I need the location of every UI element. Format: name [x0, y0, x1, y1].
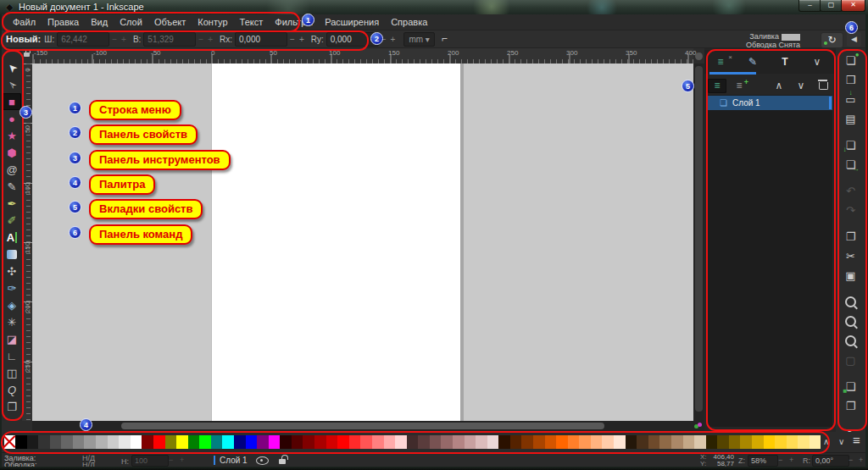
menu-item[interactable]: Правка	[42, 17, 85, 27]
minimize-button[interactable]: –	[798, 0, 821, 12]
palette-swatch[interactable]	[27, 435, 39, 449]
palette-swatch[interactable]	[545, 435, 557, 449]
palette-menu-icon[interactable]: ≡	[853, 433, 860, 447]
menu-item[interactable]: Вид	[85, 17, 114, 27]
new-document-icon[interactable]: ❏●	[841, 51, 861, 70]
palette-swatch[interactable]	[176, 435, 188, 449]
menu-item[interactable]: Слой	[114, 17, 148, 27]
color-management-icon[interactable]	[694, 423, 704, 430]
quick-zoom-button[interactable]	[695, 53, 703, 60]
palette-swatch[interactable]	[764, 435, 776, 449]
palette-swatch[interactable]	[96, 435, 108, 449]
menu-item[interactable]: Объект	[148, 17, 192, 27]
rx-field-plus-icon[interactable]: +	[298, 35, 306, 44]
tweak-tool[interactable]: ✣	[3, 263, 21, 279]
palette-swatch[interactable]	[729, 435, 741, 449]
raise-layer-button[interactable]: ∧	[770, 79, 788, 93]
palette-swatch[interactable]	[15, 435, 27, 449]
rotation-minus-icon[interactable]: −	[849, 456, 853, 464]
palette-swatch[interactable]	[521, 435, 533, 449]
layer-list[interactable]: ❏Слой 1	[708, 95, 832, 427]
calligraphy-tool[interactable]: ✐	[3, 212, 21, 229]
rx-field-minus-icon[interactable]: −	[288, 35, 297, 44]
palette-swatch[interactable]	[706, 435, 718, 449]
palette-swatch[interactable]	[84, 435, 96, 449]
palette-swatch[interactable]	[568, 435, 580, 449]
star-tool[interactable]: ★	[3, 127, 21, 144]
palette-swatch[interactable]	[142, 435, 153, 449]
palette-swatch[interactable]	[303, 435, 314, 449]
layer-row[interactable]: ❏Слой 1	[708, 96, 832, 110]
connector-tool[interactable]: ∟	[3, 347, 21, 364]
palette-swatch[interactable]	[360, 435, 372, 449]
rotation-field[interactable]: 0,00°	[812, 455, 849, 467]
palette-swatch[interactable]	[787, 435, 798, 449]
palette-swatch[interactable]	[498, 435, 510, 449]
palette-swatch[interactable]	[487, 435, 499, 449]
palette-swatch[interactable]	[269, 435, 281, 449]
cut-icon[interactable]: ✂	[841, 246, 861, 266]
print-icon[interactable]: ▤	[841, 109, 861, 129]
tab-more-dialogs[interactable]: ∨	[801, 51, 833, 73]
rotation-plus-icon[interactable]: +	[859, 456, 863, 464]
current-layer-label[interactable]: Слой 1	[220, 456, 248, 465]
zoom-page-icon[interactable]	[841, 331, 861, 351]
layer-visibility-eye-icon[interactable]	[256, 456, 269, 465]
palette-swatch[interactable]	[211, 435, 223, 449]
palette-swatch[interactable]	[246, 435, 258, 449]
palette-swatch[interactable]	[222, 435, 234, 449]
width-field-plus-icon[interactable]: +	[120, 35, 128, 44]
palette-swatch[interactable]	[418, 435, 430, 449]
fill-stroke-dialog-icon[interactable]: ❏■	[841, 377, 861, 396]
import-icon[interactable]: ❏↓	[841, 135, 861, 155]
palette-swatch[interactable]	[694, 435, 706, 449]
palette-swatch[interactable]	[752, 435, 764, 449]
palette-swatch[interactable]	[671, 435, 683, 449]
palette-swatch[interactable]	[372, 435, 384, 449]
palette-swatch[interactable]	[556, 435, 568, 449]
layers-list-button[interactable]: ≡	[708, 79, 726, 93]
palette-swatch[interactable]	[775, 435, 787, 449]
tab-fill-stroke-dialog[interactable]: ✎	[737, 51, 769, 73]
menu-item[interactable]: Расширения	[319, 17, 385, 27]
palette-scroll-down-icon[interactable]: ∨	[838, 437, 844, 446]
palette-swatch[interactable]	[384, 435, 396, 449]
duplicate-icon[interactable]: ❐	[841, 396, 861, 416]
no-color-swatch[interactable]	[4, 435, 15, 449]
zoom-tool[interactable]: Q	[3, 381, 21, 398]
palette-swatch[interactable]	[165, 435, 177, 449]
menu-item[interactable]: Справка	[385, 17, 433, 27]
palette-swatch[interactable]	[119, 435, 131, 449]
palette-swatch[interactable]	[108, 435, 120, 449]
spray-tool[interactable]: ✳	[3, 313, 21, 330]
palette-swatch[interactable]	[292, 435, 303, 449]
palette-swatch[interactable]	[407, 435, 419, 449]
pages-tool[interactable]: ❐	[3, 398, 21, 415]
sharp-corners-icon[interactable]: ¬	[442, 33, 448, 45]
gradient-tool[interactable]: ■	[3, 246, 21, 263]
menu-item[interactable]: Файл	[7, 17, 42, 27]
measure-tool[interactable]: ◫	[3, 364, 21, 381]
palette-swatch[interactable]	[476, 435, 487, 449]
pen-tool[interactable]: ✒	[3, 195, 21, 212]
palette-swatch[interactable]	[798, 435, 810, 449]
palette-swatch[interactable]	[131, 435, 142, 449]
node-tool[interactable]: ➢	[3, 76, 21, 93]
palette-swatch[interactable]	[579, 435, 591, 449]
palette-swatch[interactable]	[740, 435, 752, 449]
palette-swatch[interactable]	[453, 435, 465, 449]
tab-text-dialog[interactable]: T	[769, 51, 801, 73]
palette-swatch[interactable]	[614, 435, 626, 449]
unit-dropdown[interactable]: mm ▾	[403, 32, 434, 47]
horizontal-scrollbar[interactable]	[32, 421, 693, 432]
palette-swatch[interactable]	[465, 435, 476, 449]
palette-swatch[interactable]	[717, 435, 729, 449]
open-document-icon[interactable]: ❒	[841, 70, 861, 90]
palette-swatch[interactable]	[430, 435, 442, 449]
opacity-minus-icon[interactable]: −	[169, 456, 173, 464]
palette-swatch[interactable]	[188, 435, 200, 449]
palette-swatch[interactable]	[61, 435, 73, 449]
fill-swatch[interactable]	[782, 34, 800, 41]
vertical-scrollbar-thumb[interactable]	[695, 66, 703, 412]
palette-swatch[interactable]	[314, 435, 326, 449]
